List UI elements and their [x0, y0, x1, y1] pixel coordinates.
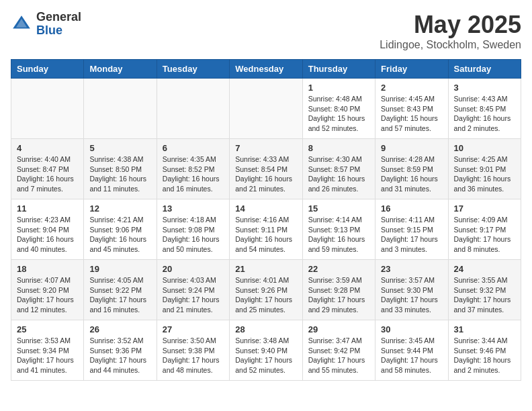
day-info: Sunrise: 4:21 AM Sunset: 9:06 PM Dayligh…	[89, 215, 150, 255]
calendar-cell: 12Sunrise: 4:21 AM Sunset: 9:06 PM Dayli…	[84, 199, 157, 260]
calendar-cell: 28Sunrise: 3:48 AM Sunset: 9:40 PM Dayli…	[230, 320, 302, 381]
day-number: 1	[308, 83, 369, 93]
day-info: Sunrise: 3:55 AM Sunset: 9:32 PM Dayligh…	[454, 275, 515, 315]
day-info: Sunrise: 3:57 AM Sunset: 9:30 PM Dayligh…	[381, 275, 442, 315]
day-number: 4	[17, 143, 78, 153]
day-info: Sunrise: 4:45 AM Sunset: 8:43 PM Dayligh…	[381, 94, 442, 134]
day-info: Sunrise: 4:07 AM Sunset: 9:20 PM Dayligh…	[17, 275, 78, 315]
week-row-4: 18Sunrise: 4:07 AM Sunset: 9:20 PM Dayli…	[11, 260, 521, 320]
calendar-cell: 23Sunrise: 3:57 AM Sunset: 9:30 PM Dayli…	[375, 260, 448, 320]
day-info: Sunrise: 3:50 AM Sunset: 9:38 PM Dayligh…	[163, 336, 224, 375]
calendar-cell: 5Sunrise: 4:38 AM Sunset: 8:50 PM Daylig…	[84, 139, 157, 199]
calendar-cell: 25Sunrise: 3:53 AM Sunset: 9:34 PM Dayli…	[11, 320, 84, 381]
day-number: 27	[163, 324, 224, 334]
day-number: 29	[308, 324, 369, 334]
calendar-cell: 21Sunrise: 4:01 AM Sunset: 9:26 PM Dayli…	[230, 260, 302, 320]
week-row-1: 1Sunrise: 4:48 AM Sunset: 8:40 PM Daylig…	[11, 79, 521, 139]
calendar-cell: 22Sunrise: 3:59 AM Sunset: 9:28 PM Dayli…	[302, 260, 375, 320]
day-header-monday: Monday	[84, 60, 157, 79]
day-number: 2	[381, 83, 442, 93]
calendar-cell: 11Sunrise: 4:23 AM Sunset: 9:04 PM Dayli…	[11, 199, 84, 260]
day-info: Sunrise: 4:16 AM Sunset: 9:11 PM Dayligh…	[235, 215, 296, 255]
header: General Blue May 2025 Lidingoe, Stockhol…	[11, 11, 521, 51]
week-row-5: 25Sunrise: 3:53 AM Sunset: 9:34 PM Dayli…	[11, 320, 521, 381]
day-number: 10	[454, 143, 515, 153]
day-number: 18	[17, 264, 78, 274]
day-info: Sunrise: 3:44 AM Sunset: 9:46 PM Dayligh…	[454, 336, 515, 375]
day-header-thursday: Thursday	[302, 60, 375, 79]
calendar-cell: 27Sunrise: 3:50 AM Sunset: 9:38 PM Dayli…	[157, 320, 229, 381]
day-number: 25	[17, 324, 78, 334]
week-row-3: 11Sunrise: 4:23 AM Sunset: 9:04 PM Dayli…	[11, 199, 521, 260]
day-number: 24	[454, 264, 515, 274]
calendar-cell: 19Sunrise: 4:05 AM Sunset: 9:22 PM Dayli…	[84, 260, 157, 320]
day-header-saturday: Saturday	[448, 60, 521, 79]
calendar-cell: 8Sunrise: 4:30 AM Sunset: 8:57 PM Daylig…	[302, 139, 375, 199]
day-number: 16	[381, 203, 442, 214]
calendar-cell: 13Sunrise: 4:18 AM Sunset: 9:08 PM Dayli…	[157, 199, 229, 260]
logo-blue-text: Blue	[36, 24, 81, 38]
calendar-cell	[84, 79, 157, 139]
calendar-cell: 3Sunrise: 4:43 AM Sunset: 8:45 PM Daylig…	[448, 79, 521, 139]
calendar-cell: 20Sunrise: 4:03 AM Sunset: 9:24 PM Dayli…	[157, 260, 229, 320]
day-header-sunday: Sunday	[11, 60, 84, 79]
day-info: Sunrise: 3:45 AM Sunset: 9:44 PM Dayligh…	[381, 336, 442, 375]
calendar-cell: 10Sunrise: 4:25 AM Sunset: 9:01 PM Dayli…	[448, 139, 521, 199]
day-info: Sunrise: 3:52 AM Sunset: 9:36 PM Dayligh…	[89, 336, 150, 375]
day-info: Sunrise: 4:35 AM Sunset: 8:52 PM Dayligh…	[163, 154, 224, 194]
calendar-cell: 14Sunrise: 4:16 AM Sunset: 9:11 PM Dayli…	[230, 199, 302, 260]
subtitle: Lidingoe, Stockholm, Sweden	[380, 39, 521, 51]
day-number: 12	[89, 203, 150, 214]
logo-icon	[11, 13, 32, 35]
title-area: May 2025 Lidingoe, Stockholm, Sweden	[380, 11, 521, 51]
calendar-cell: 31Sunrise: 3:44 AM Sunset: 9:46 PM Dayli…	[448, 320, 521, 381]
day-header-friday: Friday	[375, 60, 448, 79]
day-info: Sunrise: 4:03 AM Sunset: 9:24 PM Dayligh…	[163, 275, 224, 315]
day-info: Sunrise: 3:53 AM Sunset: 9:34 PM Dayligh…	[17, 336, 78, 375]
day-info: Sunrise: 4:28 AM Sunset: 8:59 PM Dayligh…	[381, 154, 442, 194]
day-info: Sunrise: 4:40 AM Sunset: 8:47 PM Dayligh…	[17, 154, 78, 194]
day-number: 30	[381, 324, 442, 334]
day-number: 5	[89, 143, 150, 153]
calendar-cell: 16Sunrise: 4:11 AM Sunset: 9:15 PM Dayli…	[375, 199, 448, 260]
day-number: 31	[454, 324, 515, 334]
calendar-cell: 7Sunrise: 4:33 AM Sunset: 8:54 PM Daylig…	[230, 139, 302, 199]
main-title: May 2025	[380, 11, 521, 39]
calendar-cell	[11, 79, 84, 139]
day-info: Sunrise: 3:59 AM Sunset: 9:28 PM Dayligh…	[308, 275, 369, 315]
day-info: Sunrise: 4:48 AM Sunset: 8:40 PM Dayligh…	[308, 94, 369, 134]
day-info: Sunrise: 3:47 AM Sunset: 9:42 PM Dayligh…	[308, 336, 369, 375]
calendar-cell: 15Sunrise: 4:14 AM Sunset: 9:13 PM Dayli…	[302, 199, 375, 260]
day-info: Sunrise: 3:48 AM Sunset: 9:40 PM Dayligh…	[235, 336, 296, 375]
calendar-cell: 6Sunrise: 4:35 AM Sunset: 8:52 PM Daylig…	[157, 139, 229, 199]
day-info: Sunrise: 4:43 AM Sunset: 8:45 PM Dayligh…	[454, 94, 515, 134]
calendar-cell: 24Sunrise: 3:55 AM Sunset: 9:32 PM Dayli…	[448, 260, 521, 320]
week-row-2: 4Sunrise: 4:40 AM Sunset: 8:47 PM Daylig…	[11, 139, 521, 199]
day-info: Sunrise: 4:38 AM Sunset: 8:50 PM Dayligh…	[89, 154, 150, 194]
day-number: 14	[235, 203, 296, 214]
day-number: 28	[235, 324, 296, 334]
day-info: Sunrise: 4:33 AM Sunset: 8:54 PM Dayligh…	[235, 154, 296, 194]
calendar-cell: 29Sunrise: 3:47 AM Sunset: 9:42 PM Dayli…	[302, 320, 375, 381]
day-number: 7	[235, 143, 296, 153]
calendar-cell	[157, 79, 229, 139]
header-row: SundayMondayTuesdayWednesdayThursdayFrid…	[11, 60, 521, 79]
day-info: Sunrise: 4:05 AM Sunset: 9:22 PM Dayligh…	[89, 275, 150, 315]
day-number: 15	[308, 203, 369, 214]
day-info: Sunrise: 4:18 AM Sunset: 9:08 PM Dayligh…	[163, 215, 224, 255]
calendar-table: SundayMondayTuesdayWednesdayThursdayFrid…	[11, 59, 521, 381]
logo-general-text: General	[36, 11, 81, 24]
day-info: Sunrise: 4:14 AM Sunset: 9:13 PM Dayligh…	[308, 215, 369, 255]
day-number: 23	[381, 264, 442, 274]
calendar-cell	[230, 79, 302, 139]
calendar-cell: 26Sunrise: 3:52 AM Sunset: 9:36 PM Dayli…	[84, 320, 157, 381]
day-info: Sunrise: 4:11 AM Sunset: 9:15 PM Dayligh…	[381, 215, 442, 255]
day-header-wednesday: Wednesday	[230, 60, 302, 79]
day-info: Sunrise: 4:30 AM Sunset: 8:57 PM Dayligh…	[308, 154, 369, 194]
day-info: Sunrise: 4:01 AM Sunset: 9:26 PM Dayligh…	[235, 275, 296, 315]
day-info: Sunrise: 4:09 AM Sunset: 9:17 PM Dayligh…	[454, 215, 515, 255]
day-info: Sunrise: 4:23 AM Sunset: 9:04 PM Dayligh…	[17, 215, 78, 255]
calendar-cell: 9Sunrise: 4:28 AM Sunset: 8:59 PM Daylig…	[375, 139, 448, 199]
day-number: 9	[381, 143, 442, 153]
day-number: 19	[89, 264, 150, 274]
